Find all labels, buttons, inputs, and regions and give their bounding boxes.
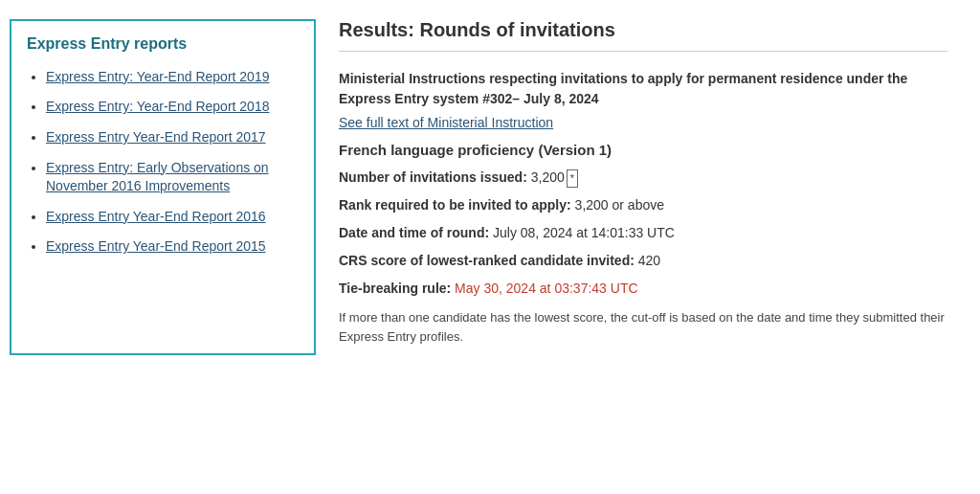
field-label-4: Tie-breaking rule: (339, 281, 455, 296)
sidebar-link-link-2019[interactable]: Express Entry: Year-End Report 2019 (46, 69, 269, 84)
field-row-0: Number of invitations issued: 3,200* (339, 168, 947, 188)
field-value-2: July 08, 2024 at 14:01:33 UTC (493, 225, 675, 240)
field-row-1: Rank required to be invited to apply: 3,… (339, 195, 947, 215)
field-row-2: Date and time of round: July 08, 2024 at… (339, 223, 947, 243)
entry-block: Ministerial Instructions respecting invi… (339, 69, 947, 346)
field-label-0: Number of invitations issued: (339, 169, 531, 185)
field-row-3: CRS score of lowest-ranked candidate inv… (339, 251, 947, 271)
sidebar-link-link-2016[interactable]: Express Entry Year-End Report 2016 (46, 209, 266, 224)
field-value-3: 420 (638, 253, 660, 268)
field-value-4: May 30, 2024 at 03:37:43 UTC (455, 281, 637, 296)
footnote-icon-0[interactable]: * (567, 169, 578, 188)
sidebar-nav-list: Express Entry: Year-End Report 2019Expre… (27, 68, 299, 257)
entry-heading: Ministerial Instructions respecting invi… (339, 69, 947, 109)
sidebar: Express Entry reports Express Entry: Yea… (10, 19, 316, 355)
field-value-0: 3,200 (531, 169, 565, 185)
field-label-3: CRS score of lowest-ranked candidate inv… (339, 253, 638, 268)
sidebar-link-link-2015[interactable]: Express Entry Year-End Report 2015 (46, 238, 266, 254)
field-label-1: Rank required to be invited to apply: (339, 197, 575, 213)
sidebar-link-link-2016-early[interactable]: Express Entry: Early Observations on Nov… (46, 160, 269, 194)
cutoff-note: If more than one candidate has the lowes… (339, 308, 947, 346)
field-label-2: Date and time of round: (339, 225, 493, 240)
sidebar-title: Express Entry reports (27, 34, 299, 55)
sidebar-link-link-2017[interactable]: Express Entry Year-End Report 2017 (46, 129, 266, 145)
section-title: French language proficiency (Version 1) (339, 142, 947, 158)
sidebar-link-link-2018[interactable]: Express Entry: Year-End Report 2018 (46, 99, 269, 114)
page-title: Results: Rounds of invitations (339, 19, 947, 52)
fields-container: Number of invitations issued: 3,200*Rank… (339, 168, 947, 299)
page-wrapper: Express Entry reports Express Entry: Yea… (10, 10, 970, 355)
main-content: Results: Rounds of invitations Ministeri… (316, 19, 970, 355)
field-value-1: 3,200 or above (575, 197, 664, 213)
field-row-4: Tie-breaking rule: May 30, 2024 at 03:37… (339, 279, 947, 299)
full-text-link[interactable]: See full text of Ministerial Instruction (339, 115, 553, 130)
